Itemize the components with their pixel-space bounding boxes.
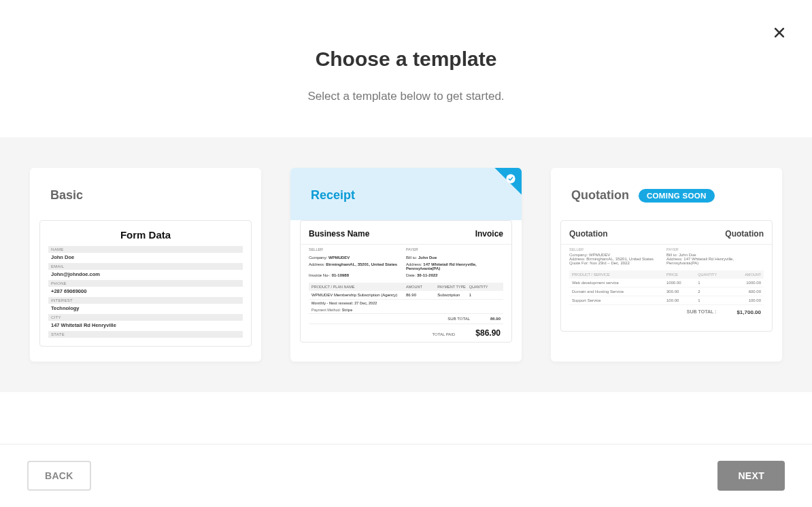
receipt-subtotal-value: 86.90 [490, 317, 501, 321]
field-value: 147 Whitetail Rd Henryville [48, 321, 243, 331]
next-button[interactable]: NEXT [717, 461, 785, 491]
quotation-col-product: PRODUCT / SERVICE [572, 273, 666, 277]
receipt-total-label: TOTAL PAID [433, 332, 456, 336]
quotation-seller-label: SELLER [569, 247, 666, 251]
field-label: NAME [48, 246, 243, 253]
template-card-basic[interactable]: Basic Form Data NAME John Doe EMAIL John… [30, 168, 261, 362]
templates-grid: Basic Form Data NAME John Doe EMAIL John… [0, 137, 812, 392]
template-preview-receipt: Business Name Invoice SELLER PAYER Compa… [300, 220, 512, 343]
receipt-company-label: Company: [309, 256, 327, 260]
quotation-row-amount: 100.00 [730, 298, 761, 302]
receipt-date-label: Date: [406, 273, 416, 277]
receipt-invoiceno-label: Invoice No-: [309, 273, 331, 277]
field-value: John@johndoe.com [48, 270, 243, 280]
template-title-basic: Basic [50, 188, 83, 203]
modal-header: Choose a template Select a template belo… [0, 0, 812, 137]
field-label: STATE [48, 331, 243, 338]
quotation-col-amount: AMOUNT [730, 273, 761, 277]
receipt-row-payment: Subscription [437, 293, 469, 297]
field-value: Technology [48, 304, 243, 314]
quotation-row-qty: 2 [698, 290, 729, 294]
receipt-business-name: Business Name [309, 229, 369, 239]
quotation-valid-label: Quote For: [569, 261, 589, 265]
receipt-row-product: WPMUDEV Membership Subscription (Agency) [311, 293, 406, 297]
check-circle-icon [505, 173, 516, 184]
preview-basic-title: Form Data [40, 221, 251, 246]
receipt-col-product: PRODUCT / PLAN NAME [311, 285, 406, 289]
quotation-subtotal-value: $1,700.00 [737, 309, 761, 315]
receipt-heading: Invoice [475, 229, 503, 239]
quotation-col-price: PRICE [666, 273, 698, 277]
field-label: EMAIL [48, 263, 243, 270]
quotation-payer-label: PAYER [666, 247, 764, 251]
receipt-col-qty: QUANTITY [469, 285, 501, 289]
receipt-date-value: 30-11-2022 [417, 273, 438, 277]
receipt-payer-label: PAYER [406, 247, 503, 251]
quotation-heading-left: Quotation [569, 229, 608, 239]
template-title-receipt: Receipt [311, 188, 355, 203]
receipt-row-qty: 1 [469, 293, 501, 297]
receipt-schedule: Monthly - Next renewal: 27 Dec, 2022 [311, 301, 377, 305]
receipt-subtotal-label: SUB TOTAL [447, 317, 470, 321]
receipt-billto-value: John Doe [418, 256, 437, 260]
modal-footer: BACK NEXT [0, 444, 812, 507]
quotation-row-amount: 600.00 [730, 290, 761, 294]
quotation-row-amount: 1000.00 [730, 281, 761, 285]
quotation-valid-value: Nov 23rd – Dec, 2022 [590, 261, 629, 265]
template-card-receipt[interactable]: Receipt Business Name Invoice SELLER PAY… [290, 168, 522, 362]
quotation-row-qty: 1 [698, 298, 729, 302]
quotation-row-qty: 1 [698, 281, 729, 285]
receipt-paymethod-value: Stripe [342, 308, 353, 312]
svg-point-2 [506, 174, 515, 183]
receipt-company-value: WPMUDEV [328, 256, 350, 260]
close-button[interactable] [773, 26, 786, 39]
quotation-row-product: Domain and Hosting Service [572, 290, 666, 294]
receipt-seller-addr-label: Address: [309, 262, 325, 266]
quotation-row-price: 1000.00 [666, 281, 698, 285]
receipt-col-payment: PAYMENT TYPE [437, 285, 469, 289]
receipt-seller-label: SELLER [309, 247, 406, 251]
receipt-total-value: $86.90 [475, 328, 501, 338]
receipt-col-amount: AMOUNT [406, 285, 437, 289]
template-preview-quotation: Quotation Quotation SELLER Company: WPMU… [560, 220, 773, 332]
template-title-quotation: Quotation [571, 188, 629, 203]
page-title: Choose a template [27, 48, 785, 71]
quotation-row-price: 300.00 [666, 290, 698, 294]
quotation-row-product: Support Service [572, 298, 666, 302]
receipt-billto-label: Bill to: [406, 256, 417, 260]
quotation-row-product: Web development service [572, 281, 666, 285]
back-button[interactable]: BACK [27, 461, 91, 491]
quotation-row-price: 100.00 [666, 298, 698, 302]
field-value: +287 69069000 [48, 287, 243, 297]
template-preview-basic: Form Data NAME John Doe EMAIL John@johnd… [39, 220, 252, 347]
field-label: PHONE [48, 280, 243, 287]
quotation-heading-right: Quotation [725, 229, 764, 239]
receipt-paymethod-label: Payment Method: [311, 308, 341, 312]
page-subtitle: Select a template below to get started. [27, 90, 785, 103]
receipt-seller-addr-value: BirminghamAL, 35201, United States [326, 262, 397, 266]
receipt-invoiceno-value: 01-10988 [332, 273, 349, 277]
quotation-col-qty: QUANTITY [698, 273, 729, 277]
coming-soon-badge: COMING SOON [639, 189, 715, 203]
receipt-row-amount: 86.90 [406, 293, 437, 297]
field-value: John Doe [48, 253, 243, 263]
field-label: CITY [48, 314, 243, 321]
selected-ribbon [484, 168, 522, 206]
field-label: INTEREST [48, 297, 243, 304]
template-card-quotation[interactable]: Quotation COMING SOON Quotation Quotatio… [551, 168, 782, 362]
quotation-subtotal-label: SUB TOTAL : [687, 309, 717, 315]
close-icon [773, 30, 786, 41]
